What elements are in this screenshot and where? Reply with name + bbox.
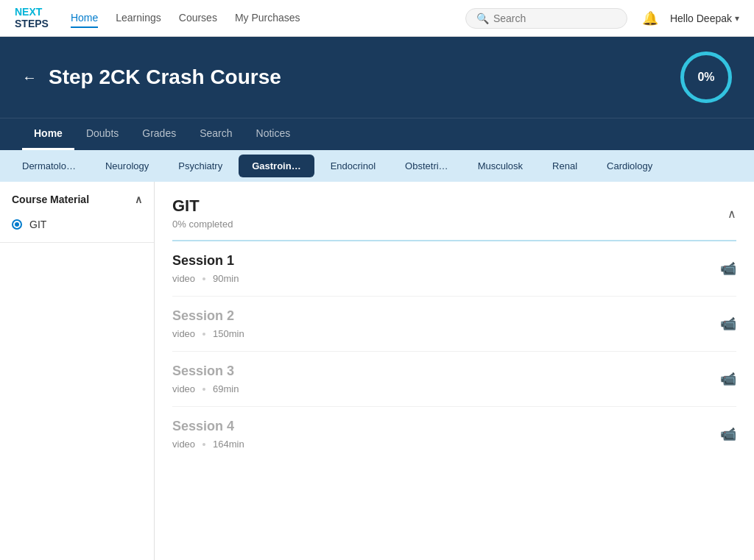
subnav-search[interactable]: Search [188,118,244,150]
tab-psychiatry[interactable]: Psychiatry [165,155,236,177]
tab-dermatology[interactable]: Dermatolo… [9,155,89,177]
session-4-duration: 164min [213,439,244,450]
sidebar-section-header: Course Material ∧ [0,194,154,213]
nav-courses[interactable]: Courses [179,9,217,28]
tab-neurology[interactable]: Neurology [92,155,162,177]
session-3-type: video [172,383,195,394]
session-3-duration: 69min [213,383,239,394]
sidebar: Course Material ∧ GIT [0,182,155,560]
session-4-type: video [172,439,195,450]
session-4-dot [202,443,205,446]
nav-home[interactable]: Home [71,9,98,28]
session-2-meta: video 150min [172,328,244,339]
session-3-name[interactable]: Session 3 [172,364,239,379]
session-row: Session 2 video 150min 📹 [172,297,736,352]
back-button[interactable]: ← [22,69,37,86]
subnav-notices[interactable]: Notices [244,118,303,150]
progress-circle: 0% [680,52,732,103]
session-4-info: Session 4 video 164min [172,419,244,450]
nav-links: Home Learnings Courses My Purchases [71,9,465,28]
session-3-info: Session 3 video 69min [172,364,239,394]
session-row: Session 3 video 69min 📹 [172,352,736,407]
session-row: Session 1 video 90min 📹 [172,241,736,297]
tab-cardiology[interactable]: Cardiology [593,155,666,177]
nav-learnings[interactable]: Learnings [116,9,161,28]
sidebar-section-title: Course Material [12,194,89,205]
course-header-left: ← Step 2CK Crash Course [22,65,281,89]
subnav-home[interactable]: Home [22,118,74,150]
session-1-video-icon[interactable]: 📹 [720,260,736,277]
content-area: GIT 0% completed ∧ Session 1 video 90min… [155,182,754,560]
section-collapse-button[interactable]: ∧ [727,207,736,221]
session-4-name[interactable]: Session 4 [172,419,244,434]
section-completion: 0% completed [172,219,233,230]
nav-mypurchases[interactable]: My Purchases [235,9,300,28]
sidebar-collapse-icon[interactable]: ∧ [135,194,142,205]
user-area: 🔔 Hello Deepak ▾ [642,10,739,26]
subnav-doubts[interactable]: Doubts [74,118,130,150]
session-3-video-icon[interactable]: 📹 [720,371,736,387]
tab-musculoskeletal[interactable]: Musculosk [465,155,536,177]
top-navbar: NEXTSTEPS Home Learnings Courses My Purc… [0,0,754,37]
session-1-meta: video 90min [172,273,239,284]
section-title: GIT [172,196,233,216]
tab-renal[interactable]: Renal [539,155,591,177]
section-header-info: GIT 0% completed [172,196,233,231]
session-1-duration: 90min [213,273,239,284]
course-header: ← Step 2CK Crash Course 0% [0,37,754,118]
progress-text: 0% [697,71,714,84]
sidebar-item-label-git: GIT [29,219,46,230]
bell-icon[interactable]: 🔔 [642,10,658,26]
search-bar[interactable]: 🔍 [465,8,627,29]
tab-endocrinology[interactable]: Endocrinol [317,155,389,177]
course-subnav: Home Doubts Grades Search Notices [0,118,754,150]
tab-obstetrics[interactable]: Obstetri… [392,155,462,177]
session-1-info: Session 1 video 90min [172,253,239,284]
session-2-info: Session 2 video 150min [172,308,244,339]
section-header-row: GIT 0% completed ∧ [172,196,736,241]
session-1-name[interactable]: Session 1 [172,253,239,269]
search-icon: 🔍 [476,13,489,24]
course-title: Step 2CK Crash Course [49,65,281,89]
session-3-dot [202,388,205,391]
sidebar-item-git[interactable]: GIT [0,213,154,236]
sidebar-item-radio-git [12,219,22,230]
session-2-name[interactable]: Session 2 [172,308,244,324]
session-1-type: video [172,273,195,284]
session-1-dot [202,277,205,280]
user-dropdown-chevron: ▾ [735,13,739,24]
session-2-duration: 150min [213,328,244,339]
search-input[interactable] [493,13,616,24]
session-2-video-icon[interactable]: 📹 [720,316,736,332]
session-4-video-icon[interactable]: 📹 [720,426,736,442]
sidebar-divider [0,242,154,243]
main-content: Course Material ∧ GIT GIT 0% completed ∧… [0,182,754,560]
subnav-grades[interactable]: Grades [130,118,188,150]
session-4-meta: video 164min [172,439,244,450]
session-2-dot [202,333,205,336]
session-2-type: video [172,328,195,339]
tab-gastroenterology[interactable]: Gastroin… [239,155,314,177]
logo: NEXTSTEPS [15,7,49,29]
topic-tabs: Dermatolo… Neurology Psychiatry Gastroin… [0,150,754,182]
session-row: Session 4 video 164min 📹 [172,407,736,461]
user-greeting[interactable]: Hello Deepak ▾ [670,13,739,24]
session-3-meta: video 69min [172,383,239,394]
